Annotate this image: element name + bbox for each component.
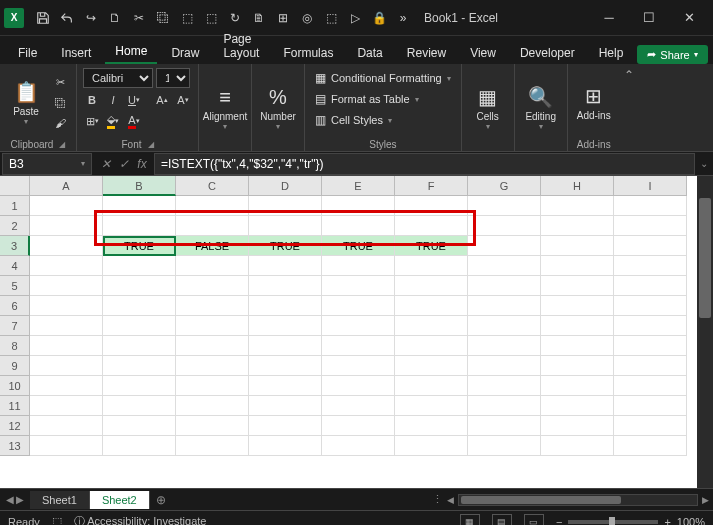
- cancel-formula-icon[interactable]: ✕: [98, 157, 114, 171]
- tab-page-layout[interactable]: Page Layout: [213, 28, 269, 64]
- format-painter-icon[interactable]: 🖌: [50, 114, 70, 132]
- zoom-slider[interactable]: [568, 520, 658, 524]
- row-4[interactable]: 4: [0, 256, 30, 276]
- col-B[interactable]: B: [103, 176, 176, 196]
- alignment-button[interactable]: ≡ Alignment ▾: [205, 68, 245, 148]
- row-13[interactable]: 13: [0, 436, 30, 456]
- conditional-formatting-button[interactable]: ▦Conditional Formatting▾: [311, 68, 455, 88]
- qat-cut-icon[interactable]: ✂: [128, 7, 150, 29]
- cell-B3[interactable]: TRUE: [103, 236, 176, 256]
- row-2[interactable]: 2: [0, 216, 30, 236]
- col-G[interactable]: G: [468, 176, 541, 196]
- sheet-tab-2[interactable]: Sheet2: [90, 491, 150, 509]
- tab-data[interactable]: Data: [347, 42, 392, 64]
- select-all-corner[interactable]: [0, 176, 30, 196]
- borders-button[interactable]: ⊞▾: [83, 112, 101, 130]
- hscroll-left[interactable]: ◀: [447, 495, 454, 505]
- tab-draw[interactable]: Draw: [161, 42, 209, 64]
- col-I[interactable]: I: [614, 176, 687, 196]
- expand-formula-bar[interactable]: ⌄: [695, 158, 713, 169]
- name-box[interactable]: B3▾: [2, 153, 92, 175]
- font-name-select[interactable]: Calibri: [83, 68, 153, 88]
- font-launcher[interactable]: ◢: [148, 140, 154, 149]
- qat-sort-asc-icon[interactable]: ⬚: [176, 7, 198, 29]
- cell-A3[interactable]: [30, 236, 103, 256]
- vertical-scrollbar[interactable]: [697, 176, 713, 488]
- editing-button[interactable]: 🔍 Editing ▾: [521, 68, 561, 148]
- maximize-button[interactable]: ☐: [629, 4, 669, 32]
- font-size-select[interactable]: 14: [156, 68, 190, 88]
- tab-formulas[interactable]: Formulas: [273, 42, 343, 64]
- sheet-nav-prev[interactable]: ◀: [6, 494, 14, 505]
- new-sheet-button[interactable]: ⊕: [150, 493, 172, 507]
- page-layout-view-button[interactable]: ▤: [492, 514, 512, 526]
- page-break-view-button[interactable]: ▭: [524, 514, 544, 526]
- row-8[interactable]: 8: [0, 336, 30, 356]
- copy-icon[interactable]: ⿻: [50, 94, 70, 112]
- tab-review[interactable]: Review: [397, 42, 456, 64]
- paste-button[interactable]: 📋 Paste ▾: [6, 68, 46, 137]
- col-D[interactable]: D: [249, 176, 322, 196]
- bold-button[interactable]: B: [83, 91, 101, 109]
- cells-button[interactable]: ▦ Cells ▾: [468, 68, 508, 148]
- row-11[interactable]: 11: [0, 396, 30, 416]
- hscroll-right[interactable]: ▶: [702, 495, 709, 505]
- zoom-thumb[interactable]: [609, 517, 615, 526]
- formula-input[interactable]: =ISTEXT({"tx",4,"$32","4","tr"}): [154, 153, 695, 175]
- hscroll-thumb[interactable]: [461, 496, 621, 504]
- row-12[interactable]: 12: [0, 416, 30, 436]
- cell-F3[interactable]: TRUE: [395, 236, 468, 256]
- col-H[interactable]: H: [541, 176, 614, 196]
- cell-D3[interactable]: TRUE: [249, 236, 322, 256]
- minimize-button[interactable]: ─: [589, 4, 629, 32]
- qat-new-icon[interactable]: 🗋: [104, 7, 126, 29]
- accessibility-status[interactable]: ⓘ Accessibility: Investigate: [74, 514, 207, 525]
- save-icon[interactable]: [32, 7, 54, 29]
- row-5[interactable]: 5: [0, 276, 30, 296]
- collapse-ribbon-button[interactable]: ⌃: [620, 64, 638, 151]
- qat-sort-desc-icon[interactable]: ⬚: [200, 7, 222, 29]
- tab-home[interactable]: Home: [105, 40, 157, 64]
- sheet-nav-next[interactable]: ▶: [16, 494, 24, 505]
- qat-10-icon[interactable]: ▷: [344, 7, 366, 29]
- addins-button[interactable]: ⊞ Add-ins: [574, 68, 614, 137]
- tab-insert[interactable]: Insert: [51, 42, 101, 64]
- vscroll-thumb[interactable]: [699, 198, 711, 318]
- shrink-font-button[interactable]: A▾: [174, 91, 192, 109]
- row-3[interactable]: 3: [0, 236, 30, 256]
- cells-area[interactable]: TRUE FALSE TRUE TRUE TRUE: [30, 196, 687, 456]
- cell-C3[interactable]: FALSE: [176, 236, 249, 256]
- share-button[interactable]: ➦Share▾: [637, 45, 707, 64]
- italic-button[interactable]: I: [104, 91, 122, 109]
- qat-6-icon[interactable]: 🗎: [248, 7, 270, 29]
- redo-icon[interactable]: ↪: [80, 7, 102, 29]
- row-10[interactable]: 10: [0, 376, 30, 396]
- clipboard-launcher[interactable]: ◢: [59, 140, 65, 149]
- number-button[interactable]: % Number ▾: [258, 68, 298, 148]
- zoom-in-button[interactable]: +: [664, 516, 670, 526]
- tab-file[interactable]: File: [8, 42, 47, 64]
- qat-overflow[interactable]: »: [392, 7, 414, 29]
- qat-copy-icon[interactable]: ⿻: [152, 7, 174, 29]
- close-button[interactable]: ✕: [669, 4, 709, 32]
- row-7[interactable]: 7: [0, 316, 30, 336]
- tab-view[interactable]: View: [460, 42, 506, 64]
- qat-lock-icon[interactable]: 🔒: [368, 7, 390, 29]
- sheet-tab-1[interactable]: Sheet1: [30, 491, 90, 509]
- col-A[interactable]: A: [30, 176, 103, 196]
- macro-record-icon[interactable]: ⬚: [52, 515, 62, 525]
- col-F[interactable]: F: [395, 176, 468, 196]
- col-E[interactable]: E: [322, 176, 395, 196]
- zoom-out-button[interactable]: −: [556, 516, 562, 526]
- tab-developer[interactable]: Developer: [510, 42, 585, 64]
- qat-7-icon[interactable]: ⊞: [272, 7, 294, 29]
- underline-button[interactable]: U▾: [125, 91, 143, 109]
- fx-icon[interactable]: fx: [134, 157, 150, 171]
- font-color-button[interactable]: A▾: [125, 112, 143, 130]
- grow-font-button[interactable]: A▴: [153, 91, 171, 109]
- cell-styles-button[interactable]: ▥Cell Styles▾: [311, 110, 455, 130]
- row-9[interactable]: 9: [0, 356, 30, 376]
- tab-help[interactable]: Help: [589, 42, 634, 64]
- normal-view-button[interactable]: ▦: [460, 514, 480, 526]
- qat-redo2-icon[interactable]: ↻: [224, 7, 246, 29]
